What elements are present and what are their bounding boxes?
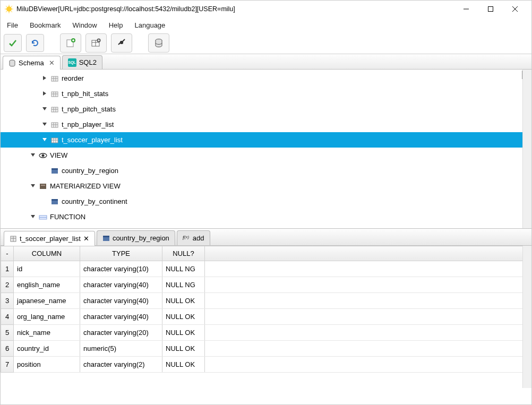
- menu-bookmark[interactable]: Bookmark: [30, 21, 61, 29]
- btab-country[interactable]: country_by_region: [97, 230, 175, 245]
- svg-line-7: [11, 6, 12, 7]
- tree-row[interactable]: country_by_continent: [1, 194, 531, 209]
- cell-empty: [205, 277, 531, 293]
- rollback-button[interactable]: [26, 34, 44, 52]
- minimize-button[interactable]: [454, 1, 478, 18]
- cell-type[interactable]: character varying(40): [80, 309, 162, 325]
- tree-row[interactable]: t_npb_pitch_stats: [1, 101, 531, 117]
- connection-button[interactable]: [111, 33, 132, 53]
- svg-line-6: [11, 11, 12, 12]
- menu-file[interactable]: File: [7, 21, 18, 29]
- row-number[interactable]: 5: [1, 325, 14, 341]
- close-icon[interactable]: ✕: [49, 59, 55, 67]
- cell-type[interactable]: character varying(10): [80, 261, 162, 277]
- tree-row[interactable]: t_npb_player_list: [1, 117, 531, 132]
- table-row[interactable]: 3japanese_namecharacter varying(40)NULL …: [1, 293, 531, 309]
- col-header-column[interactable]: COLUMN: [14, 246, 80, 261]
- cell-column[interactable]: org_lang_name: [14, 309, 80, 325]
- tree-row[interactable]: t_npb_hit_stats: [1, 86, 531, 101]
- table-icon: [10, 235, 17, 243]
- row-number[interactable]: 6: [1, 341, 14, 357]
- col-header-null[interactable]: NULL?: [162, 246, 205, 261]
- tree-item-icon: [50, 105, 59, 114]
- tree-arrow-icon[interactable]: [42, 137, 48, 143]
- cell-null[interactable]: NULL OK: [162, 357, 205, 373]
- tree-row[interactable]: t_soccer_player_list: [1, 132, 531, 148]
- tree-arrow-icon[interactable]: [42, 122, 48, 128]
- btab-label: country_by_region: [113, 234, 169, 242]
- database-button[interactable]: [148, 33, 169, 53]
- tree-content[interactable]: reordert_npb_hit_statst_npb_pitch_statst…: [1, 70, 531, 228]
- btab-soccer[interactable]: t_soccer_player_list ✕: [4, 231, 95, 246]
- scrollbar[interactable]: [522, 246, 531, 388]
- rownum-header[interactable]: -: [1, 246, 14, 261]
- bottom-tabs: t_soccer_player_list ✕ country_by_region…: [1, 229, 531, 246]
- cell-column[interactable]: id: [14, 261, 80, 277]
- cell-column[interactable]: position: [14, 357, 80, 373]
- row-number[interactable]: 4: [1, 309, 14, 325]
- btab-add[interactable]: f(x) add: [177, 230, 210, 245]
- tab-sql2[interactable]: SQL SQL2: [62, 55, 102, 69]
- cell-column[interactable]: country_id: [14, 341, 80, 357]
- fx-icon: f(x): [183, 235, 190, 242]
- svg-rect-60: [52, 199, 58, 201]
- cell-type[interactable]: character varying(2): [80, 357, 162, 373]
- new-table-button[interactable]: [85, 33, 107, 53]
- close-icon[interactable]: ✕: [83, 235, 89, 243]
- tree-arrow-icon[interactable]: [30, 152, 37, 159]
- table-row[interactable]: 5nick_namecharacter varying(20)NULL OK: [1, 325, 531, 341]
- table-row[interactable]: 7positioncharacter varying(2)NULL OK: [1, 357, 531, 373]
- new-sql-button[interactable]: [60, 33, 81, 53]
- row-number[interactable]: 7: [1, 357, 14, 373]
- cell-column[interactable]: nick_name: [14, 325, 80, 341]
- cell-empty: [205, 325, 531, 341]
- cell-type[interactable]: character varying(20): [80, 325, 162, 341]
- menu-help[interactable]: Help: [109, 21, 123, 29]
- row-number[interactable]: 3: [1, 293, 14, 309]
- table-row[interactable]: 6country_idnumeric(5)NULL OK: [1, 341, 531, 357]
- table-row[interactable]: 4org_lang_namecharacter varying(40)NULL …: [1, 309, 531, 325]
- tree-item-label: country_by_continent: [62, 197, 127, 205]
- cell-type[interactable]: numeric(5): [80, 341, 162, 357]
- tree-item-icon: [50, 120, 59, 129]
- menu-language[interactable]: Language: [134, 21, 165, 29]
- tree-arrow-icon[interactable]: [42, 75, 48, 82]
- maximize-button[interactable]: [478, 1, 503, 18]
- app-icon: [5, 5, 13, 13]
- col-header-type[interactable]: TYPE: [80, 246, 162, 261]
- cell-type[interactable]: character varying(40): [80, 277, 162, 293]
- table-row[interactable]: 1idcharacter varying(10)NULL NG: [1, 261, 531, 277]
- tree-arrow-icon[interactable]: [42, 168, 48, 174]
- cell-null[interactable]: NULL OK: [162, 293, 205, 309]
- row-number[interactable]: 2: [1, 277, 14, 293]
- cell-null[interactable]: NULL NG: [162, 277, 205, 293]
- svg-rect-55: [52, 168, 58, 170]
- tree-row[interactable]: reorder: [1, 71, 531, 86]
- tree-arrow-icon[interactable]: [30, 183, 37, 189]
- cell-null[interactable]: NULL NG: [162, 261, 205, 277]
- close-button[interactable]: [503, 1, 527, 18]
- tree-row[interactable]: VIEW: [1, 148, 531, 163]
- tree-arrow-icon[interactable]: [30, 214, 37, 220]
- tree-arrow-icon[interactable]: [42, 91, 48, 97]
- tree-row[interactable]: MATERIARIZED VIEW: [1, 178, 531, 194]
- cell-null[interactable]: NULL OK: [162, 309, 205, 325]
- row-number[interactable]: 1: [1, 261, 14, 277]
- cell-type[interactable]: character varying(40): [80, 293, 162, 309]
- cell-column[interactable]: english_name: [14, 277, 80, 293]
- scrollbar[interactable]: [522, 70, 531, 228]
- svg-rect-57: [40, 184, 46, 189]
- tree-arrow-icon[interactable]: [42, 199, 48, 205]
- cell-column[interactable]: japanese_name: [14, 293, 80, 309]
- commit-button[interactable]: [4, 34, 22, 52]
- tab-schema[interactable]: Schema ✕: [3, 56, 61, 70]
- table-row[interactable]: 2english_namecharacter varying(40)NULL N…: [1, 277, 531, 293]
- tree-arrow-icon[interactable]: [42, 106, 48, 113]
- tree-row[interactable]: FUNCTION: [1, 209, 531, 225]
- database-icon: [8, 59, 16, 67]
- cell-null[interactable]: NULL OK: [162, 341, 205, 357]
- tree-row[interactable]: f(x)add: [1, 225, 531, 228]
- cell-null[interactable]: NULL OK: [162, 325, 205, 341]
- tree-row[interactable]: country_by_region: [1, 163, 531, 178]
- menu-window[interactable]: Window: [72, 21, 97, 29]
